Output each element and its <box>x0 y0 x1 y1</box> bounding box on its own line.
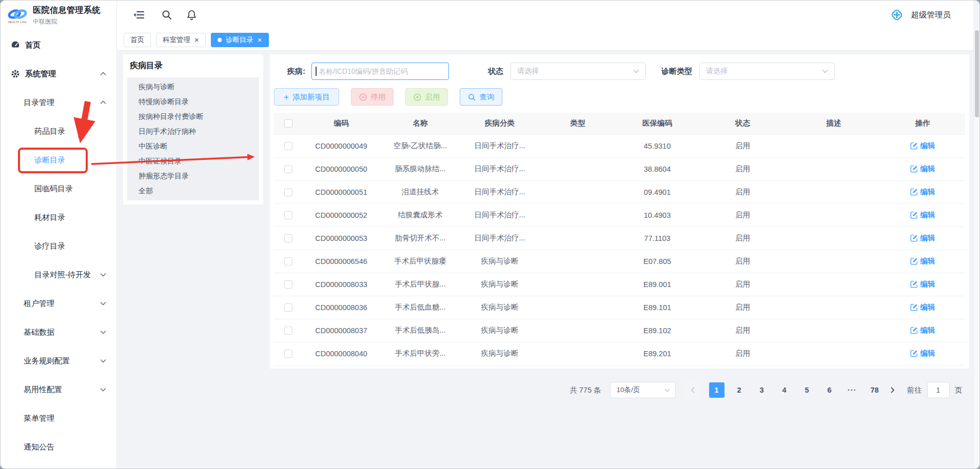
scrollbar-thumb[interactable] <box>975 30 979 117</box>
sidebar-item-label: 耗材目录 <box>34 213 65 222</box>
diagnosis-type-select[interactable]: 请选择 <box>699 63 835 80</box>
chevron-left-icon <box>691 387 695 393</box>
sidebar-item[interactable]: 通知公告 <box>1 433 116 461</box>
edit-button[interactable]: 编辑 <box>910 279 935 289</box>
page-tab[interactable]: 首页 <box>124 33 151 47</box>
edit-icon <box>910 188 918 196</box>
catalog-item[interactable]: 中医诊断 <box>127 139 259 154</box>
row-checkbox[interactable] <box>284 188 292 196</box>
prev-page-button[interactable] <box>685 382 701 398</box>
cell-actions: 编辑 <box>880 203 965 227</box>
sidebar-item[interactable]: 耗材目录 <box>1 203 116 232</box>
search-icon[interactable] <box>162 10 172 20</box>
page-number-button[interactable]: 4 <box>777 382 792 398</box>
goto-page-input[interactable] <box>927 382 950 398</box>
edit-button[interactable]: 编辑 <box>910 210 935 220</box>
select-all-checkbox[interactable] <box>284 119 292 128</box>
page-number-button[interactable]: 2 <box>732 382 747 398</box>
edit-button[interactable]: 编辑 <box>910 164 935 174</box>
catalog-item[interactable]: 按病种目录付费诊断 <box>127 109 259 124</box>
page-number-button[interactable]: ··· <box>845 382 860 398</box>
user-menu[interactable]: 超级管理员 <box>889 7 951 23</box>
page-number-button[interactable]: 1 <box>709 382 724 398</box>
tab-close-icon[interactable]: × <box>258 36 262 44</box>
edit-button[interactable]: 编辑 <box>910 187 935 197</box>
page-size-select[interactable]: 10条/页 <box>610 382 676 398</box>
catalog-item[interactable]: 日间手术治疗病种 <box>127 124 259 139</box>
sidebar-item[interactable]: 诊断目录 <box>1 146 116 174</box>
cell-actions: 编辑 <box>880 180 965 203</box>
sidebar-menu: 首页 系统管理 目录管理 药品目录 <box>1 31 116 461</box>
sidebar-item[interactable]: 易用性配置 <box>1 375 116 404</box>
row-checkbox[interactable] <box>284 257 292 266</box>
edit-button[interactable]: 编辑 <box>910 141 935 151</box>
sidebar-item[interactable]: 菜单管理 <box>1 404 116 433</box>
disable-button[interactable]: 停用 <box>351 88 394 106</box>
column-header: 编码 <box>303 113 380 134</box>
edit-button[interactable]: 编辑 <box>910 233 935 243</box>
sidebar-item[interactable]: 系统管理 <box>1 59 116 88</box>
chevron-down-icon <box>664 389 670 392</box>
tab-close-icon[interactable]: × <box>194 36 199 44</box>
catalog-item[interactable]: 全部 <box>127 183 259 198</box>
sidebar-item[interactable]: 诊疗目录 <box>1 232 116 260</box>
page-number-button[interactable]: 6 <box>822 382 837 398</box>
add-item-button[interactable]: + 添加新项目 <box>274 88 339 106</box>
cell-name: 空肠-乙状结肠... <box>380 134 461 157</box>
catalog-item[interactable]: 中医证候目录 <box>127 154 259 169</box>
collapse-menu-icon[interactable] <box>133 10 144 19</box>
column-header: 疾病分类 <box>461 113 539 134</box>
pagination: 共 775 条 10条/页 123456···78 前往 页 <box>570 382 962 398</box>
cell-type <box>539 296 617 319</box>
top-bar: 超级管理员 <box>117 1 973 29</box>
cell-name: 泪道挂线术 <box>380 180 461 203</box>
page-tab[interactable]: 科室管理 × <box>156 33 206 47</box>
row-checkbox[interactable] <box>284 280 292 289</box>
edit-icon <box>910 234 918 242</box>
catalog-item[interactable]: 特慢病诊断目录 <box>127 94 259 109</box>
cell-type <box>539 157 617 180</box>
edit-button[interactable]: 编辑 <box>910 302 935 312</box>
catalog-item[interactable]: 疾病与诊断 <box>127 79 259 94</box>
row-checkbox[interactable] <box>284 327 292 335</box>
sidebar-item[interactable]: 药品目录 <box>1 117 116 146</box>
row-checkbox[interactable] <box>284 234 292 242</box>
chevron-down-icon <box>633 69 639 73</box>
logo-caption: HEALTH LINK <box>7 21 28 24</box>
table-row: CD0000008037 手术后低胰岛... 疾病与诊断 E89.102 启用 … <box>274 319 965 342</box>
next-page-button[interactable] <box>890 387 895 393</box>
query-button[interactable]: 查询 <box>460 88 502 106</box>
status-select[interactable]: 请选择 <box>511 63 646 80</box>
row-checkbox[interactable] <box>284 303 292 312</box>
page-number-button[interactable]: 3 <box>754 382 770 398</box>
edit-button[interactable]: 编辑 <box>910 325 935 335</box>
disease-search-input[interactable] <box>311 63 449 80</box>
edit-button[interactable]: 编辑 <box>910 256 935 266</box>
sidebar-item[interactable]: 业务规则配置 <box>1 346 116 375</box>
sidebar-item[interactable]: 国临码目录 <box>1 174 116 203</box>
bell-icon[interactable] <box>187 10 197 20</box>
page-tab[interactable]: 诊断目录 × <box>211 33 269 47</box>
edit-button[interactable]: 编辑 <box>910 349 935 358</box>
app-title: 医院信息管理系统 <box>33 5 101 16</box>
cell-status: 启用 <box>698 180 788 203</box>
sidebar-item[interactable]: 基础数据 <box>1 318 116 346</box>
row-checkbox-cell <box>274 319 303 342</box>
catalog-title: 疾病目录 <box>123 60 263 71</box>
enable-button[interactable]: 启用 <box>405 88 448 106</box>
sidebar-item[interactable]: 租户管理 <box>1 289 116 318</box>
vertical-scrollbar[interactable] <box>973 29 979 468</box>
sidebar-item[interactable]: 目录对照-待开发 <box>1 260 116 289</box>
sidebar: HEALTH LINK 医院信息管理系统 中联医院 首页 系统管理 <box>1 1 117 468</box>
row-checkbox[interactable] <box>284 165 292 173</box>
page-number-button[interactable]: 5 <box>799 382 815 398</box>
sidebar-item[interactable]: 首页 <box>1 31 116 59</box>
row-checkbox[interactable] <box>284 211 292 219</box>
cell-actions: 编辑 <box>880 227 965 250</box>
page-number-button[interactable]: 78 <box>867 382 883 398</box>
row-checkbox[interactable] <box>284 350 292 358</box>
sidebar-item[interactable]: 目录管理 <box>1 88 116 117</box>
catalog-item[interactable]: 肿瘤形态学目录 <box>127 169 259 183</box>
table-row: CD0000000051 泪道挂线术 日间手术治疗... 09.4901 启用 … <box>274 180 965 203</box>
row-checkbox[interactable] <box>284 142 292 150</box>
